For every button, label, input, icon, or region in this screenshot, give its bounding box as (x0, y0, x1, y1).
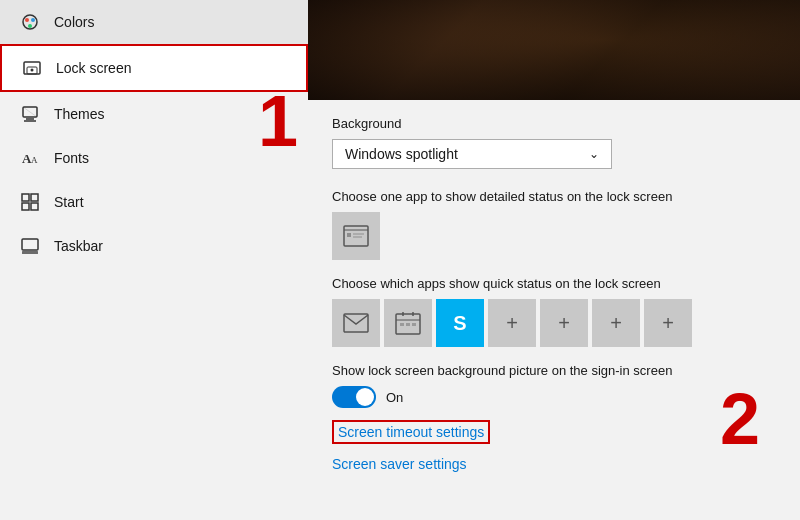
sidebar-item-fonts[interactable]: A A Fonts (0, 136, 308, 180)
sidebar-item-taskbar[interactable]: Taskbar (0, 224, 308, 268)
quick-app-add-1[interactable]: + (488, 299, 536, 347)
signin-toggle-section: Show lock screen background picture on t… (332, 363, 776, 408)
skype-letter: S (453, 312, 466, 335)
svg-rect-19 (347, 233, 351, 237)
svg-point-2 (31, 18, 35, 22)
detailed-status-label: Choose one app to show detailed status o… (332, 189, 776, 204)
quick-app-add-3[interactable]: + (592, 299, 640, 347)
plus-icon-1: + (506, 312, 518, 335)
signin-toggle[interactable] (332, 386, 376, 408)
sidebar-item-start[interactable]: Start (0, 180, 308, 224)
toggle-on-text: On (386, 390, 403, 405)
start-icon (20, 192, 40, 212)
quick-app-add-4[interactable]: + (644, 299, 692, 347)
sidebar-item-start-label: Start (54, 194, 84, 210)
svg-rect-29 (412, 323, 416, 326)
sidebar-item-colors-label: Colors (54, 14, 94, 30)
preview-image (308, 0, 800, 100)
svg-point-3 (28, 24, 32, 28)
lockscreen-icon (22, 58, 42, 78)
quick-status-label: Choose which apps show quick status on t… (332, 276, 776, 291)
svg-rect-13 (22, 203, 29, 210)
svg-rect-22 (344, 314, 368, 332)
quick-apps-row: S + + + + (332, 299, 776, 347)
background-value: Windows spotlight (345, 146, 458, 162)
quick-app-calendar[interactable] (384, 299, 432, 347)
svg-text:A: A (31, 155, 38, 165)
taskbar-icon (20, 236, 40, 256)
plus-icon-4: + (662, 312, 674, 335)
svg-rect-16 (22, 251, 38, 254)
quick-status-section: Choose which apps show quick status on t… (332, 276, 776, 347)
svg-rect-14 (31, 203, 38, 210)
svg-rect-27 (400, 323, 404, 326)
plus-icon-2: + (558, 312, 570, 335)
sidebar-item-colors[interactable]: Colors (0, 0, 308, 44)
chevron-down-icon: ⌄ (589, 147, 599, 161)
detailed-status-app-button[interactable] (332, 212, 380, 260)
sidebar-item-lock-screen-label: Lock screen (56, 60, 131, 76)
svg-line-8 (23, 107, 37, 117)
themes-icon (20, 104, 40, 124)
quick-app-add-2[interactable]: + (540, 299, 588, 347)
signin-label: Show lock screen background picture on t… (332, 363, 776, 378)
svg-point-1 (25, 18, 29, 22)
sidebar-item-fonts-label: Fonts (54, 150, 89, 166)
screen-timeout-link[interactable]: Screen timeout settings (332, 420, 490, 444)
background-label: Background (332, 116, 776, 131)
quick-app-mail[interactable] (332, 299, 380, 347)
svg-rect-28 (406, 323, 410, 326)
svg-rect-4 (24, 62, 40, 74)
palette-icon (20, 12, 40, 32)
sidebar-item-lock-screen[interactable]: Lock screen (0, 44, 308, 92)
quick-app-skype[interactable]: S (436, 299, 484, 347)
content-body: Background Windows spotlight ⌄ Choose on… (308, 100, 800, 488)
svg-rect-11 (22, 194, 29, 201)
screen-saver-link[interactable]: Screen saver settings (332, 456, 776, 472)
sidebar-item-taskbar-label: Taskbar (54, 238, 103, 254)
background-dropdown[interactable]: Windows spotlight ⌄ (332, 139, 612, 169)
fonts-icon: A A (20, 148, 40, 168)
detailed-status-section: Choose one app to show detailed status o… (332, 189, 776, 260)
svg-point-6 (31, 69, 34, 72)
toggle-row: On (332, 386, 776, 408)
svg-rect-12 (31, 194, 38, 201)
sidebar-item-themes[interactable]: Themes (0, 92, 308, 136)
svg-rect-15 (22, 239, 38, 250)
sidebar-item-themes-label: Themes (54, 106, 105, 122)
plus-icon-3: + (610, 312, 622, 335)
